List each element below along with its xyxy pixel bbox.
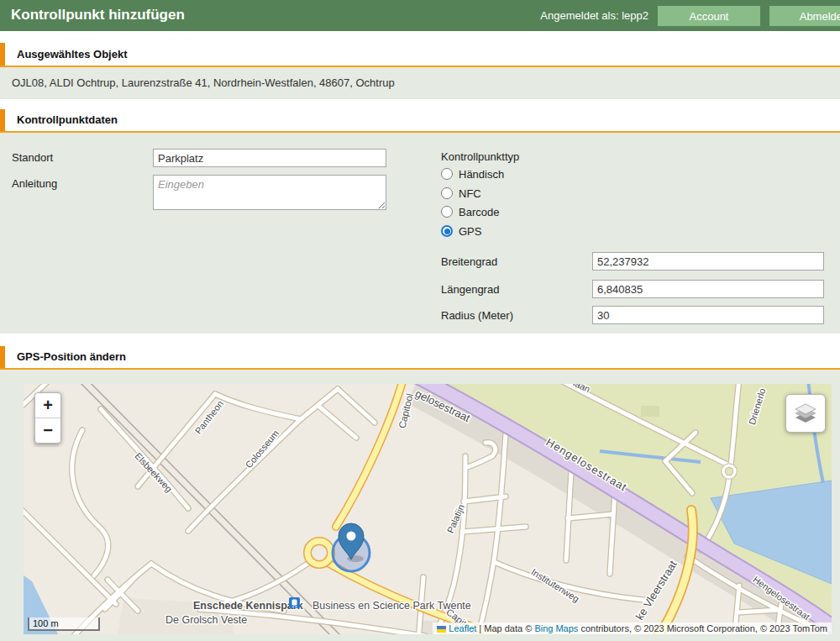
attribution-text: contributors, © 2023 Microsoft Corporati… <box>578 623 827 633</box>
radio-label: Händisch <box>459 168 504 181</box>
radio-nfc[interactable]: NFC <box>441 187 481 200</box>
orange-accent-bar <box>0 43 5 66</box>
page-title: Kontrollpunkt hinzufügen <box>11 7 185 24</box>
radio-label: GPS <box>459 225 481 238</box>
map-tiles: Pantheon Colosseum Elsbeekweg Capitool g… <box>24 384 832 634</box>
zoom-in-button[interactable]: + <box>35 393 60 418</box>
breitengrad-label: Breitengrad <box>441 255 497 268</box>
selected-object-value: OJL08, ALDI Ochtrup, Laurenzstraße 41, N… <box>0 67 840 89</box>
radio-label: Barcode <box>459 206 499 218</box>
section-title: Ausgewähltes Objekt <box>17 43 840 66</box>
section-header-control-point-data: Kontrollpunktdaten <box>0 109 840 133</box>
breitengrad-input[interactable] <box>592 252 824 271</box>
section-header-gps-position: GPS-Position ändern <box>0 346 840 370</box>
top-bar: Kontrollpunkt hinzufügen Angemeldet als:… <box>0 0 840 31</box>
anleitung-textarea[interactable] <box>153 175 386 210</box>
map-canvas[interactable]: Pantheon Colosseum Elsbeekweg Capitool g… <box>24 384 832 634</box>
section-header-selected-object: Ausgewähltes Objekt <box>0 43 840 67</box>
section-title: Kontrollpunktdaten <box>17 109 840 131</box>
standort-label: Standort <box>12 151 53 164</box>
leaflet-link[interactable]: Leaflet <box>449 623 476 633</box>
kontrollpunkttyp-label: Kontrollpunkttyp <box>441 150 519 163</box>
selected-object-panel: OJL08, ALDI Ochtrup, Laurenzstraße 41, N… <box>0 67 840 99</box>
orange-accent-bar <box>0 346 5 368</box>
radio-label: NFC <box>459 187 481 200</box>
station-icon <box>289 597 300 608</box>
orange-accent-bar <box>0 109 5 131</box>
radio-button-icon[interactable] <box>441 225 453 237</box>
poi-label-grolsch-veste: De Grolsch Veste <box>165 614 247 626</box>
layers-control[interactable] <box>785 394 826 433</box>
radio-gps[interactable]: GPS <box>441 224 481 238</box>
attribution-text: | Map data © <box>476 623 534 633</box>
layers-icon <box>794 402 817 424</box>
zoom-out-button[interactable]: − <box>35 418 60 443</box>
poi-label-kennispark: Enschede Kennispark <box>193 600 303 612</box>
radius-input[interactable] <box>592 306 824 324</box>
page: Kontrollpunkt hinzufügen Angemeldet als:… <box>0 0 840 641</box>
anleitung-label: Anleitung <box>12 177 57 190</box>
flag-icon <box>437 626 446 633</box>
poi-label-business-park: Business en Science Park Twente <box>312 600 471 612</box>
radio-barcode[interactable]: Barcode <box>441 205 499 218</box>
logged-in-label: Angemeldet als: lepp2 <box>470 9 648 22</box>
bing-maps-link[interactable]: Bing Maps <box>534 623 578 633</box>
scale-bar: 100 m <box>28 617 100 631</box>
radio-button-icon[interactable] <box>441 168 453 180</box>
account-button[interactable]: Account <box>658 6 760 26</box>
section-title: GPS-Position ändern <box>17 346 840 368</box>
map-attribution: Leaflet | Map data © Bing Maps contribut… <box>433 623 832 634</box>
logout-button[interactable]: Abmelden <box>769 6 840 26</box>
gps-map-panel: Pantheon Colosseum Elsbeekweg Capitool g… <box>0 370 840 641</box>
laengengrad-input[interactable] <box>592 280 824 298</box>
radio-button-icon[interactable] <box>441 206 453 218</box>
radio-button-icon[interactable] <box>441 187 453 199</box>
laengengrad-label: Längengrad <box>441 283 499 296</box>
standort-input[interactable] <box>153 149 386 167</box>
radio-haendisch[interactable]: Händisch <box>441 167 504 181</box>
zoom-control: + − <box>34 392 61 444</box>
control-point-form: Standort Anleitung Kontrollpunkttyp Händ… <box>0 133 840 334</box>
radius-label: Radius (Meter) <box>441 309 513 322</box>
